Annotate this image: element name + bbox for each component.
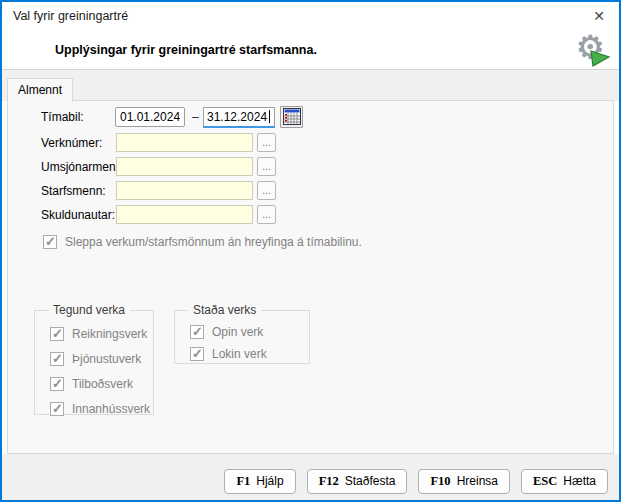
starfsmenn-browse-button[interactable]: ...	[257, 181, 276, 200]
option-label: Reikningsverk	[72, 327, 147, 341]
option-row: Innanhússverk	[50, 401, 153, 417]
skuldunautar-row: Skuldunautar: ...	[8, 205, 613, 227]
help-key: F1	[236, 474, 250, 488]
cancel-button[interactable]: ESCHætta	[521, 469, 608, 494]
starfsmenn-label: Starfsmenn:	[41, 184, 106, 198]
skuldunautar-label: Skuldunautar:	[41, 208, 115, 222]
option-row: Reikningsverk	[50, 326, 153, 342]
option-label: Innanhússverk	[72, 402, 150, 416]
confirm-button[interactable]: F12Staðfesta	[307, 469, 408, 494]
period-separator: –	[192, 110, 199, 124]
starfsmenn-row: Starfsmenn: ...	[8, 181, 613, 203]
checkbox-reikningsverk	[50, 327, 64, 341]
option-label: Þjónustuverk	[72, 352, 141, 366]
dialog-window: Val fyrir greiningartré ✕ Upplýsingar fy…	[0, 0, 621, 502]
verknumer-input[interactable]	[116, 133, 253, 152]
umsjonarmenn-input[interactable]	[116, 157, 253, 176]
starfsmenn-input[interactable]	[116, 181, 253, 200]
option-row: Opin verk	[190, 324, 309, 340]
title-bar[interactable]: Val fyrir greiningartré ✕	[2, 2, 619, 30]
calendar-icon	[283, 108, 301, 125]
close-icon: ✕	[593, 8, 605, 24]
clear-label: Hreinsa	[457, 474, 498, 488]
group-tegund-body: Reikningsverk Þjónustuverk Tilboðsverk I…	[35, 311, 153, 417]
checkbox-sleppa	[43, 235, 57, 249]
umsjonarmenn-label: Umsjónarmenn:	[41, 160, 126, 174]
skuldunautar-input[interactable]	[116, 205, 253, 224]
checkbox-opin-verk	[190, 325, 204, 339]
period-from-input[interactable]	[115, 107, 185, 127]
skuldunautar-browse-button[interactable]: ...	[257, 205, 276, 224]
option-label: Tilboðsverk	[72, 377, 133, 391]
umsjonarmenn-browse-button[interactable]: ...	[257, 157, 276, 176]
checkbox-innanhussverk	[50, 402, 64, 416]
dialog-header: Upplýsingar fyrir greiningartré starfsma…	[2, 30, 619, 70]
verknumer-row: Verknúmer: ...	[8, 133, 613, 155]
group-tegund-title: Tegund verka	[48, 303, 130, 317]
umsjonarmenn-row: Umsjónarmenn: ...	[8, 157, 613, 179]
period-to-input[interactable]	[203, 107, 275, 128]
verknumer-browse-button[interactable]: ...	[257, 133, 276, 152]
group-stada-verks: Staða verks Opin verk Lokin verk	[174, 310, 310, 364]
group-stada-title: Staða verks	[188, 303, 261, 317]
tab-almennt[interactable]: Almennt	[7, 78, 73, 102]
clear-button[interactable]: F10Hreinsa	[418, 469, 510, 494]
confirm-label: Staðfesta	[345, 474, 396, 488]
tab-strip: Almennt	[2, 70, 619, 101]
help-button[interactable]: F1Hjálp	[224, 469, 295, 494]
option-label: Opin verk	[212, 325, 263, 339]
green-arrow-icon	[576, 32, 612, 68]
skip-checkbox-label: Sleppa verkum/starfsmönnum án hreyfinga …	[65, 235, 362, 249]
cancel-key: ESC	[533, 474, 557, 488]
option-label: Lokin verk	[212, 347, 267, 361]
period-row: Tímabil: –	[8, 107, 613, 129]
calendar-button[interactable]	[280, 106, 303, 128]
close-button[interactable]: ✕	[583, 2, 615, 30]
button-bar: F1Hjálp F12Staðfesta F10Hreinsa ESCHætta	[2, 454, 619, 500]
skip-checkbox-row: Sleppa verkum/starfsmönnum án hreyfinga …	[43, 234, 362, 250]
verknumer-label: Verknúmer:	[41, 136, 102, 150]
option-row: Lokin verk	[190, 346, 309, 362]
period-label: Tímabil:	[41, 110, 84, 124]
option-row: Þjónustuverk	[50, 351, 153, 367]
checkbox-tilbodsverk	[50, 377, 64, 391]
tab-panel: Tímabil: –	[7, 100, 614, 454]
group-tegund-verka: Tegund verka Reikningsverk Þjónustuverk …	[34, 310, 154, 415]
option-row: Tilboðsverk	[50, 376, 153, 392]
period-to-wrap	[203, 107, 275, 128]
window-title: Val fyrir greiningartré	[13, 9, 128, 23]
run-gear-icon: ⚙	[576, 32, 612, 68]
header-title: Upplýsingar fyrir greiningartré starfsma…	[55, 43, 317, 57]
group-stada-body: Opin verk Lokin verk	[175, 311, 309, 362]
help-label: Hjálp	[256, 474, 283, 488]
cancel-label: Hætta	[563, 474, 596, 488]
clear-key: F10	[430, 474, 450, 488]
checkbox-thjonustuverk	[50, 352, 64, 366]
checkbox-lokin-verk	[190, 347, 204, 361]
confirm-key: F12	[319, 474, 339, 488]
